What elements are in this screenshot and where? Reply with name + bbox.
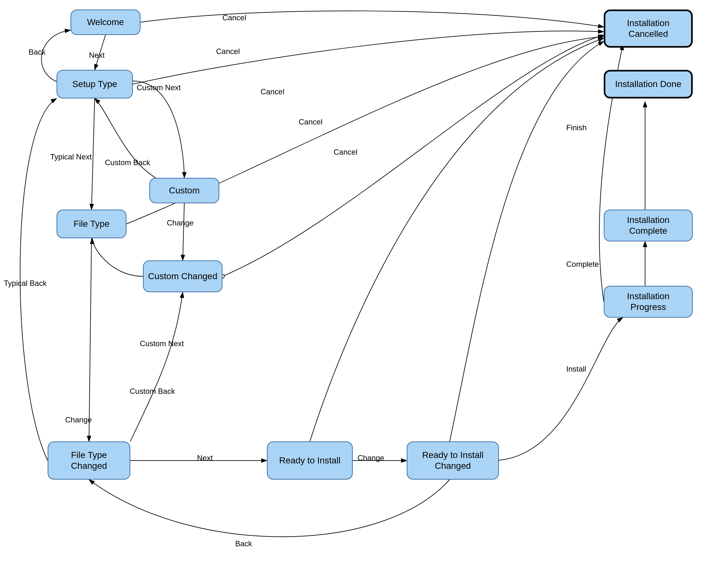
ready-to-install-label: Ready to Install bbox=[279, 455, 341, 466]
file-type-changed-label: File TypeChanged bbox=[71, 450, 107, 471]
label-cancel-5: Cancel bbox=[334, 148, 358, 157]
label-change-1: Change bbox=[167, 219, 193, 227]
label-custom-back-2: Custom Back bbox=[130, 387, 175, 396]
ready-to-install-changed-label: Ready to InstallChanged bbox=[422, 450, 484, 471]
file-type-changed-node: File TypeChanged bbox=[48, 441, 130, 479]
diagram-container: Welcome Setup Type Custom Custom Changed… bbox=[0, 0, 728, 579]
label-back-1: Back bbox=[29, 48, 46, 57]
custom-changed-node: Custom Changed bbox=[143, 260, 223, 292]
label-next-1: Next bbox=[89, 51, 105, 60]
ready-to-install-changed-node: Ready to InstallChanged bbox=[407, 441, 499, 479]
label-complete: Complete bbox=[566, 260, 599, 269]
label-install: Install bbox=[566, 365, 586, 374]
installation-complete-label: InstallationComplete bbox=[627, 215, 670, 236]
label-typical-next: Typical Next bbox=[50, 153, 92, 161]
label-cancel-4: Cancel bbox=[299, 117, 322, 127]
custom-node: Custom bbox=[149, 178, 219, 203]
svg-line-3 bbox=[183, 203, 184, 260]
label-custom-back-1: Custom Back bbox=[105, 158, 150, 167]
installation-cancelled-label: InstallationCancelled bbox=[627, 18, 670, 39]
label-cancel-1: Cancel bbox=[223, 13, 246, 22]
installation-cancelled-node: InstallationCancelled bbox=[604, 9, 693, 48]
setup-type-node: Setup Type bbox=[57, 70, 133, 99]
label-custom-next-1: Custom Next bbox=[137, 83, 181, 92]
installation-progress-label: InstallationProgress bbox=[627, 291, 670, 312]
label-cancel-3: Cancel bbox=[261, 87, 284, 96]
custom-label: Custom bbox=[169, 185, 200, 196]
svg-line-4 bbox=[92, 99, 95, 210]
file-type-node: File Type bbox=[57, 210, 127, 238]
welcome-label: Welcome bbox=[87, 17, 124, 28]
ready-to-install-node: Ready to Install bbox=[267, 441, 353, 479]
installation-done-node: Installation Done bbox=[604, 70, 693, 99]
label-change-3: Change bbox=[358, 453, 384, 463]
label-back-2: Back bbox=[235, 539, 252, 548]
label-finish: Finish bbox=[566, 123, 587, 132]
custom-changed-label: Custom Changed bbox=[148, 271, 217, 282]
label-next-2: Next bbox=[197, 453, 213, 463]
label-cancel-2: Cancel bbox=[216, 47, 240, 56]
svg-line-5 bbox=[89, 238, 92, 441]
label-custom-next-2: Custom Next bbox=[140, 339, 184, 348]
welcome-node: Welcome bbox=[71, 9, 140, 35]
installation-complete-node: InstallationComplete bbox=[604, 210, 693, 241]
label-typical-back: Typical Back bbox=[4, 279, 47, 288]
installation-progress-node: InstallationProgress bbox=[604, 286, 693, 318]
setup-type-label: Setup Type bbox=[72, 79, 117, 89]
installation-done-label: Installation Done bbox=[615, 79, 682, 89]
file-type-label: File Type bbox=[73, 219, 109, 229]
label-change-2: Change bbox=[65, 415, 92, 424]
